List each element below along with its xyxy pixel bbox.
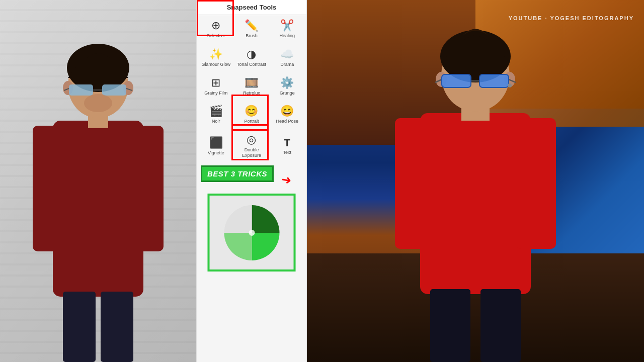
tool-drama[interactable]: ☁️ Drama <box>270 44 304 71</box>
tool-vignette[interactable]: ⬛ Vignette <box>199 129 233 162</box>
drama-label: Drama <box>280 62 294 67</box>
double-exposure-label: Double Exposure <box>236 147 267 158</box>
after-photo-panel: YOUTUBE · YOGESH EDITOGRAPHY <box>307 0 644 362</box>
portrait-label: Portrait <box>244 119 259 124</box>
tonal-contrast-label: Tonal Contrast <box>237 62 266 67</box>
text-icon: T <box>284 138 290 148</box>
svg-rect-2 <box>126 126 164 251</box>
best-tricks-label: BEST 3 TRICKS <box>201 165 274 182</box>
text-label: Text <box>283 150 291 155</box>
tool-double-exposure[interactable]: ◎ Double Exposure <box>234 129 269 162</box>
healing-label: Healing <box>279 33 295 39</box>
svg-rect-14 <box>63 292 96 362</box>
tool-grainy-film[interactable]: ⊞ Grainy Film <box>199 72 233 100</box>
person-silhouette-left <box>18 30 179 362</box>
tonal-contrast-icon: ◑ <box>247 49 256 60</box>
grunge-icon: ⚙️ <box>280 77 294 88</box>
tool-tonal-contrast[interactable]: ◑ Tonal Contrast <box>234 44 269 71</box>
tool-text[interactable]: T Text <box>270 129 304 162</box>
noir-icon: 🎬 <box>209 106 223 117</box>
svg-point-13 <box>84 94 112 112</box>
svg-rect-19 <box>516 118 556 249</box>
svg-rect-18 <box>395 118 435 249</box>
toolbar-header: Snapseed Tools <box>197 0 306 15</box>
svg-point-32 <box>508 83 512 87</box>
drama-icon: ☁️ <box>280 49 294 60</box>
tool-selective[interactable]: ⊕ Selective <box>199 15 233 43</box>
svg-rect-1 <box>33 126 70 251</box>
tool-brush[interactable]: ✏️ Brush <box>234 15 269 43</box>
before-photo-panel <box>0 0 196 362</box>
toolbar-panel: Snapseed Tools ⊕ Selective ✏️ Brush ✂️ H… <box>196 0 307 362</box>
person-silhouette-right <box>375 20 576 362</box>
grainy-film-label: Grainy Film <box>204 90 227 96</box>
glamour-glow-label: Glamour Glow <box>202 62 231 67</box>
head-pose-icon: 😄 <box>280 106 294 117</box>
watermark-text: YOUTUBE · YOGESH EDITOGRAPHY <box>509 15 634 21</box>
svg-rect-33 <box>430 289 470 362</box>
best-tricks-container: BEST 3 TRICKS <box>201 165 274 182</box>
healing-icon: ✂️ <box>280 20 294 31</box>
tool-portrait[interactable]: 😊 Portrait <box>234 101 269 128</box>
svg-rect-15 <box>101 292 133 362</box>
color-wheel-svg <box>221 203 282 263</box>
vignette-label: Vignette <box>208 150 224 156</box>
svg-rect-25 <box>442 74 471 87</box>
retrolux-icon: 🎞️ <box>245 77 258 88</box>
grunge-label: Grunge <box>280 90 295 96</box>
tool-healing[interactable]: ✂️ Healing <box>270 15 304 43</box>
vignette-icon: ⬛ <box>209 137 223 148</box>
grainy-film-icon: ⊞ <box>211 77 220 88</box>
tool-glamour-glow[interactable]: ✨ Glamour Glow <box>199 44 233 71</box>
svg-point-16 <box>249 230 255 236</box>
portrait-icon: 😊 <box>245 106 258 117</box>
svg-rect-26 <box>479 74 509 87</box>
svg-rect-9 <box>102 84 126 96</box>
brush-label: Brush <box>246 33 258 39</box>
tools-grid: ⊕ Selective ✏️ Brush ✂️ Healing ✨ Glamou… <box>197 15 306 164</box>
main-container: Snapseed Tools ⊕ Selective ✏️ Brush ✂️ H… <box>0 0 644 362</box>
color-circle-preview <box>208 194 296 272</box>
svg-rect-8 <box>69 84 93 96</box>
tool-grunge[interactable]: ⚙️ Grunge <box>270 72 304 100</box>
noir-label: Noir <box>212 119 220 124</box>
retrolux-label: Retrolux <box>243 90 260 96</box>
tool-noir[interactable]: 🎬 Noir <box>199 101 233 128</box>
svg-rect-34 <box>480 289 521 362</box>
glamour-glow-icon: ✨ <box>209 49 223 60</box>
brush-icon: ✏️ <box>245 20 258 31</box>
double-exposure-icon: ◎ <box>247 134 256 145</box>
tool-retrolux[interactable]: 🎞️ Retrolux <box>234 72 269 100</box>
toolbar-title: Snapseed Tools <box>227 4 277 11</box>
svg-rect-17 <box>420 113 531 294</box>
head-pose-label: Head Pose <box>276 119 298 124</box>
arrow-indicator: ➜ <box>280 172 293 188</box>
tool-head-pose[interactable]: 😄 Head Pose <box>270 101 304 128</box>
selective-icon: ⊕ <box>211 20 220 31</box>
selective-label: Selective <box>207 33 225 39</box>
